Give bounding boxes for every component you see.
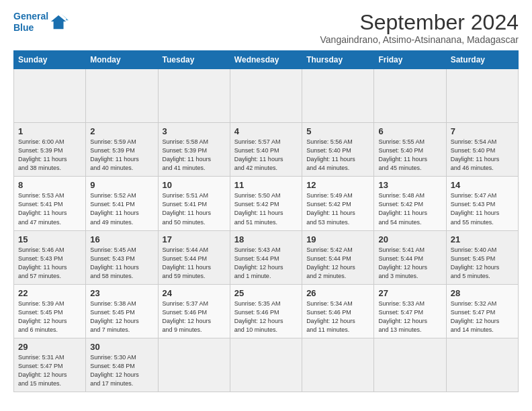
logo-icon [50,13,69,32]
calendar-week-row: 8Sunrise: 5:53 AM Sunset: 5:41 PM Daylig… [14,177,519,230]
calendar-cell: 11Sunrise: 5:50 AM Sunset: 5:42 PM Dayli… [230,177,302,230]
day-number: 29 [18,342,81,352]
calendar-table: SundayMondayTuesdayWednesdayThursdayFrid… [13,50,519,392]
weekday-header: Wednesday [230,51,302,69]
day-info: Sunrise: 5:49 AM Sunset: 5:42 PM Dayligh… [306,191,369,226]
calendar-cell [446,338,518,392]
day-info: Sunrise: 5:54 AM Sunset: 5:40 PM Dayligh… [451,138,514,173]
day-info: Sunrise: 5:53 AM Sunset: 5:41 PM Dayligh… [18,191,81,226]
day-info: Sunrise: 5:47 AM Sunset: 5:43 PM Dayligh… [451,191,514,226]
day-number: 24 [163,288,226,298]
page-header: General Blue September 2024 Vangaindrano… [13,11,519,45]
calendar-cell: 19Sunrise: 5:42 AM Sunset: 5:44 PM Dayli… [302,230,374,284]
weekday-header: Tuesday [158,51,230,69]
calendar-cell [302,338,374,392]
day-number: 7 [451,126,514,136]
day-number: 20 [378,234,441,244]
day-info: Sunrise: 5:50 AM Sunset: 5:42 PM Dayligh… [234,191,298,226]
day-number: 13 [378,180,441,190]
day-number: 19 [306,234,369,244]
calendar-cell: 28Sunrise: 5:32 AM Sunset: 5:47 PM Dayli… [446,284,518,338]
calendar-cell [158,338,230,392]
day-info: Sunrise: 5:52 AM Sunset: 5:41 PM Dayligh… [90,191,153,226]
day-info: Sunrise: 5:38 AM Sunset: 5:45 PM Dayligh… [90,300,153,334]
calendar-cell: 10Sunrise: 5:51 AM Sunset: 5:41 PM Dayli… [158,177,230,230]
day-info: Sunrise: 5:35 AM Sunset: 5:46 PM Dayligh… [234,300,298,334]
svg-marker-0 [51,15,66,30]
day-number: 25 [234,288,298,298]
day-number: 5 [306,126,369,136]
calendar-cell: 12Sunrise: 5:49 AM Sunset: 5:42 PM Dayli… [302,177,374,230]
calendar-cell: 3Sunrise: 5:58 AM Sunset: 5:39 PM Daylig… [158,123,230,177]
day-info: Sunrise: 5:42 AM Sunset: 5:44 PM Dayligh… [306,246,369,281]
day-info: Sunrise: 5:45 AM Sunset: 5:43 PM Dayligh… [90,246,153,281]
day-number: 17 [163,234,226,244]
day-info: Sunrise: 5:56 AM Sunset: 5:40 PM Dayligh… [306,138,369,173]
day-info: Sunrise: 5:58 AM Sunset: 5:39 PM Dayligh… [163,138,226,173]
calendar-cell [14,69,86,123]
day-number: 1 [18,126,81,136]
calendar-subtitle: Vangaindrano, Atsimo-Atsinanana, Madagas… [320,34,519,45]
calendar-cell: 22Sunrise: 5:39 AM Sunset: 5:45 PM Dayli… [14,284,86,338]
day-number: 27 [378,288,441,298]
calendar-cell: 8Sunrise: 5:53 AM Sunset: 5:41 PM Daylig… [14,177,86,230]
day-number: 15 [18,234,81,244]
calendar-cell [374,69,446,123]
day-number: 2 [90,126,153,136]
day-number: 21 [451,234,514,244]
weekday-header: Thursday [302,51,374,69]
calendar-week-row: 15Sunrise: 5:46 AM Sunset: 5:43 PM Dayli… [14,230,519,284]
calendar-cell: 23Sunrise: 5:38 AM Sunset: 5:45 PM Dayli… [86,284,158,338]
day-info: Sunrise: 5:57 AM Sunset: 5:40 PM Dayligh… [234,138,298,173]
day-number: 26 [306,288,369,298]
day-number: 9 [90,180,153,190]
day-number: 18 [234,234,298,244]
calendar-cell: 20Sunrise: 5:41 AM Sunset: 5:44 PM Dayli… [374,230,446,284]
day-number: 11 [234,180,298,190]
weekday-row: SundayMondayTuesdayWednesdayThursdayFrid… [14,51,519,69]
day-info: Sunrise: 5:48 AM Sunset: 5:42 PM Dayligh… [378,191,441,226]
day-number: 6 [378,126,441,136]
day-number: 10 [163,180,226,190]
calendar-body: 1Sunrise: 6:00 AM Sunset: 5:39 PM Daylig… [14,69,519,392]
day-number: 30 [90,342,153,352]
calendar-week-row: 22Sunrise: 5:39 AM Sunset: 5:45 PM Dayli… [14,284,519,338]
calendar-cell: 4Sunrise: 5:57 AM Sunset: 5:40 PM Daylig… [230,123,302,177]
day-info: Sunrise: 5:46 AM Sunset: 5:43 PM Dayligh… [18,246,81,281]
day-number: 23 [90,288,153,298]
day-info: Sunrise: 5:44 AM Sunset: 5:44 PM Dayligh… [163,246,226,281]
weekday-header: Sunday [14,51,86,69]
calendar-cell [230,69,302,123]
day-info: Sunrise: 5:51 AM Sunset: 5:41 PM Dayligh… [163,191,226,226]
day-info: Sunrise: 5:30 AM Sunset: 5:48 PM Dayligh… [90,353,153,388]
day-number: 12 [306,180,369,190]
calendar-cell: 21Sunrise: 5:40 AM Sunset: 5:45 PM Dayli… [446,230,518,284]
calendar-cell: 25Sunrise: 5:35 AM Sunset: 5:46 PM Dayli… [230,284,302,338]
logo: General Blue [13,11,69,34]
calendar-cell: 5Sunrise: 5:56 AM Sunset: 5:40 PM Daylig… [302,123,374,177]
day-info: Sunrise: 6:00 AM Sunset: 5:39 PM Dayligh… [18,138,81,173]
calendar-week-row [14,69,519,123]
calendar-cell: 6Sunrise: 5:55 AM Sunset: 5:40 PM Daylig… [374,123,446,177]
calendar-cell: 24Sunrise: 5:37 AM Sunset: 5:46 PM Dayli… [158,284,230,338]
calendar-cell: 30Sunrise: 5:30 AM Sunset: 5:48 PM Dayli… [86,338,158,392]
calendar-week-row: 29Sunrise: 5:31 AM Sunset: 5:47 PM Dayli… [14,338,519,392]
calendar-cell: 17Sunrise: 5:44 AM Sunset: 5:44 PM Dayli… [158,230,230,284]
day-info: Sunrise: 5:43 AM Sunset: 5:44 PM Dayligh… [234,246,298,281]
calendar-cell [230,338,302,392]
calendar-cell [86,69,158,123]
day-info: Sunrise: 5:59 AM Sunset: 5:39 PM Dayligh… [90,138,153,173]
calendar-header: SundayMondayTuesdayWednesdayThursdayFrid… [14,51,519,69]
calendar-week-row: 1Sunrise: 6:00 AM Sunset: 5:39 PM Daylig… [14,123,519,177]
day-number: 28 [451,288,514,298]
day-info: Sunrise: 5:40 AM Sunset: 5:45 PM Dayligh… [451,246,514,281]
calendar-cell: 29Sunrise: 5:31 AM Sunset: 5:47 PM Dayli… [14,338,86,392]
logo-blue: Blue [13,22,34,33]
weekday-header: Friday [374,51,446,69]
calendar-cell: 27Sunrise: 5:33 AM Sunset: 5:47 PM Dayli… [374,284,446,338]
day-info: Sunrise: 5:37 AM Sunset: 5:46 PM Dayligh… [163,300,226,334]
title-block: September 2024 Vangaindrano, Atsimo-Atsi… [320,11,519,45]
calendar-cell: 2Sunrise: 5:59 AM Sunset: 5:39 PM Daylig… [86,123,158,177]
day-info: Sunrise: 5:34 AM Sunset: 5:46 PM Dayligh… [306,300,369,334]
calendar-cell [302,69,374,123]
